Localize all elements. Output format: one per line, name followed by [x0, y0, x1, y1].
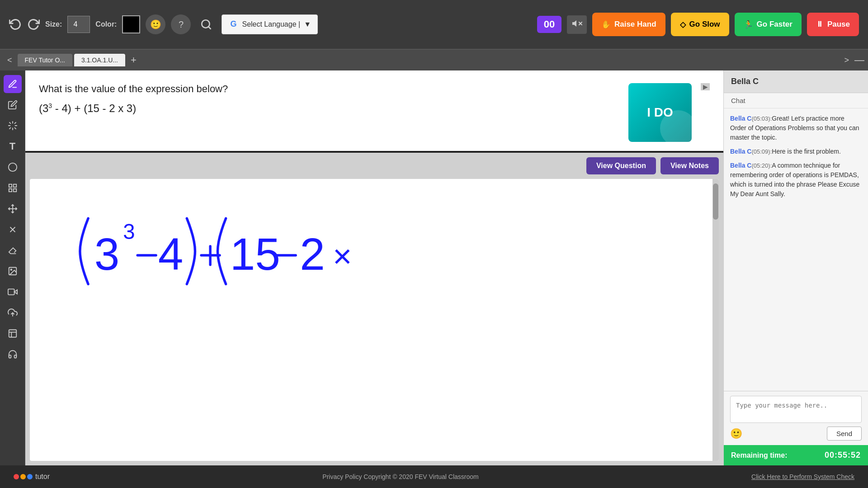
svg-rect-16	[13, 189, 16, 192]
dot-red	[14, 474, 19, 479]
main-content: T	[0, 70, 868, 465]
eraser-tool[interactable]	[4, 241, 22, 259]
undo-button[interactable]	[9, 18, 22, 31]
svg-line-10	[9, 128, 10, 129]
whiteboard-scrollbar[interactable]	[712, 179, 719, 461]
tab-scroll-left[interactable]: <	[4, 54, 16, 67]
headset-tool[interactable]	[4, 345, 22, 363]
grid-tool[interactable]	[4, 179, 22, 197]
svg-marker-23	[14, 290, 17, 294]
svg-text:3: 3	[94, 229, 120, 279]
chat-input[interactable]	[730, 396, 862, 423]
footer-copyright: Privacy Policy Copyright © 2020 FEV Virt…	[322, 473, 478, 480]
dots-logo	[14, 474, 33, 479]
svg-rect-26	[9, 330, 16, 338]
tab-bar: < FEV Tutor O... 3.1.OA.1.U... + > —	[0, 50, 868, 70]
svg-rect-14	[13, 184, 16, 187]
size-input[interactable]	[67, 16, 90, 33]
svg-point-12	[8, 163, 16, 171]
color-picker[interactable]	[122, 15, 140, 33]
pause-icon: ⏸	[816, 20, 824, 29]
go-faster-button[interactable]: 🏃 Go Faster	[735, 13, 802, 36]
image-tool[interactable]	[4, 262, 22, 280]
raise-hand-label: Raise Hand	[614, 20, 656, 29]
message-sender-3: Bella C	[730, 162, 751, 169]
center-panel: What is the value of the expression belo…	[25, 70, 723, 465]
svg-line-11	[14, 122, 16, 124]
tab-fev-tutor[interactable]: FEV Tutor O...	[18, 54, 72, 66]
layout-tool[interactable]	[4, 324, 22, 343]
scrollbar-thumb[interactable]	[713, 183, 718, 220]
chat-input-area: 🙂 Send	[724, 391, 868, 445]
question-area: What is the value of the expression belo…	[25, 70, 723, 153]
scroll-indicator: ▶	[701, 83, 710, 90]
svg-line-1	[208, 27, 211, 29]
size-control[interactable]	[67, 16, 90, 33]
tab-add-button[interactable]: +	[127, 53, 140, 67]
tab-oa[interactable]: 3.1.OA.1.U...	[74, 54, 125, 66]
redo-button[interactable]	[27, 18, 40, 31]
tab-scroll-right[interactable]: >	[840, 54, 853, 67]
minimize-button[interactable]: —	[854, 54, 864, 66]
svg-text:15: 15	[230, 229, 280, 279]
svg-line-6	[9, 122, 10, 124]
upload-tool[interactable]	[4, 304, 22, 322]
help-button[interactable]: ?	[171, 14, 191, 34]
message-text-2: Here is the first problem.	[772, 148, 841, 155]
svg-line-7	[14, 128, 16, 129]
question-title: What is the value of the expression belo…	[39, 83, 619, 95]
chat-messages: Bella C(05:03):Great! Let's practice mor…	[724, 108, 868, 391]
footer: tutor Privacy Policy Copyright © 2020 FE…	[0, 465, 868, 488]
svg-rect-13	[9, 184, 11, 187]
message-sender-2: Bella C	[730, 148, 751, 155]
close-tool[interactable]	[4, 221, 22, 239]
whiteboard-container: View Question View Notes 3 3 4	[25, 153, 723, 465]
svg-text:2: 2	[300, 229, 325, 279]
text-tool[interactable]: T	[4, 137, 22, 155]
go-slow-label: Go Slow	[689, 20, 720, 29]
go-slow-button[interactable]: ◇ Go Slow	[671, 13, 729, 36]
timer-label: Remaining time:	[731, 451, 787, 460]
whiteboard[interactable]: 3 3 4 15	[30, 179, 719, 461]
svg-point-22	[10, 269, 12, 270]
emoji-button[interactable]: 🙂	[730, 428, 742, 440]
video-tool[interactable]	[4, 283, 22, 301]
mode-label: I DO	[647, 105, 673, 120]
go-slow-icon: ◇	[680, 20, 686, 29]
emoji-toolbar-button[interactable]: 🙂	[146, 14, 165, 34]
chat-message-1: Bella C(05:03):Great! Let's practice mor…	[730, 114, 862, 142]
main-toolbar: Size: Color: 🙂 ? G Select Language | ▼ 0…	[0, 0, 868, 50]
pen-tool[interactable]	[4, 75, 22, 93]
transform-tool[interactable]	[4, 200, 22, 218]
circle-tool[interactable]	[4, 158, 22, 176]
dropdown-icon: ▼	[304, 20, 311, 28]
send-button[interactable]: Send	[827, 427, 862, 441]
raise-hand-button[interactable]: ✋ Raise Hand	[592, 13, 665, 36]
footer-logo-text: tutor	[35, 473, 50, 481]
system-check-link[interactable]: Click Here to Perform System Check	[751, 473, 854, 480]
footer-logo: tutor	[14, 473, 50, 481]
student-name: Bella C	[724, 70, 868, 93]
language-selector[interactable]: G Select Language | ▼	[222, 14, 318, 34]
timer-badge: 00	[537, 16, 561, 33]
chat-actions: 🙂 Send	[730, 427, 862, 441]
view-notes-button[interactable]: View Notes	[660, 157, 719, 174]
color-label: Color:	[95, 20, 117, 28]
timer-bar: Remaining time: 00:55:52	[724, 445, 868, 465]
view-question-button[interactable]: View Question	[586, 157, 656, 174]
volume-button[interactable]	[567, 15, 587, 34]
go-faster-icon: 🏃	[744, 20, 753, 29]
pause-button[interactable]: ⏸ Pause	[807, 13, 859, 36]
tools-sidebar: T	[0, 70, 25, 465]
language-label: Select Language |	[242, 20, 300, 28]
sparkle-tool[interactable]	[4, 117, 22, 135]
chat-message-3: Bella C(05:20):A common technique for re…	[730, 161, 862, 199]
question-text-block: What is the value of the expression belo…	[39, 83, 619, 115]
search-button[interactable]	[196, 14, 216, 34]
message-time-2: (05:09):	[751, 148, 772, 155]
pause-label: Pause	[827, 20, 850, 29]
mode-card: I DO	[628, 83, 692, 142]
highlighter-tool[interactable]	[4, 96, 22, 114]
timer-value: 00:55:52	[825, 450, 861, 460]
size-label: Size:	[45, 20, 62, 28]
